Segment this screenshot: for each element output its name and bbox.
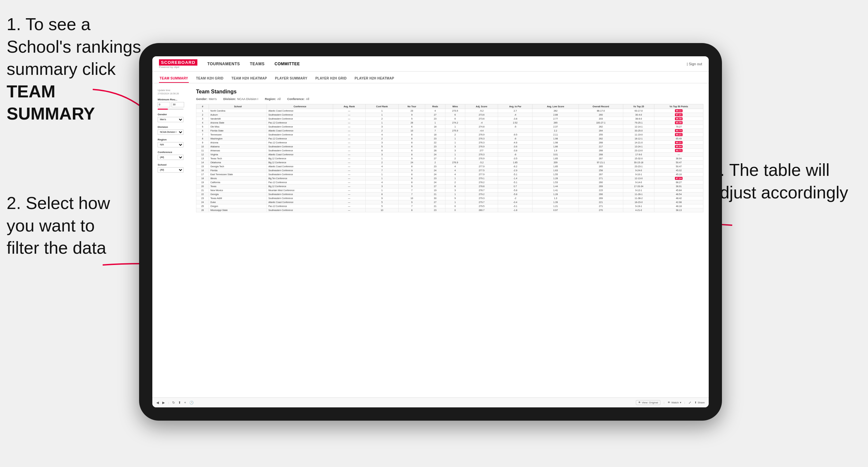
cell-wins: 3 — [445, 188, 465, 192]
filter-gender: Gender Men's — [158, 113, 191, 122]
toolbar-refresh[interactable]: ↻ — [172, 401, 175, 404]
table-row: 10 Alabama Southeastern Conference — 5 6… — [196, 145, 704, 149]
cell-no-tour: 9 — [398, 113, 425, 117]
cell-adj-score: 277.9 — [465, 165, 498, 168]
cell-adj-score: 278.7 — [465, 188, 498, 192]
cell-top25: 17-33-34 — [623, 185, 654, 188]
toolbar-clock[interactable]: 🕐 — [189, 401, 193, 404]
cell-rnds: 19 — [425, 188, 445, 192]
col-no-tour[interactable]: No Tour — [398, 104, 425, 109]
tab-player-summary[interactable]: PLAYER SUMMARY — [274, 74, 308, 83]
sign-out-button[interactable]: | Sign out — [687, 62, 702, 66]
cell-wins: 1 — [445, 141, 465, 145]
cell-adj-score: 276.3 — [465, 153, 498, 157]
cell-num: 21 — [196, 188, 209, 192]
col-rnds[interactable]: Rnds — [425, 104, 445, 109]
instruction-step-2-line1: 2. Select how — [7, 193, 110, 213]
col-vs-top50[interactable]: Vs Top 50 Points — [654, 104, 704, 109]
toolbar-add[interactable]: + — [184, 401, 186, 404]
toolbar-expand[interactable]: ⤢ — [688, 401, 691, 404]
cell-avg-par: -2.9 — [498, 168, 532, 173]
cell-school: Duke — [209, 200, 267, 204]
bottom-toolbar: ◀ ▶ | ↻ ⬆ + 🕐 👁 View: Original | 👁 Watch… — [152, 398, 709, 407]
cell-conf-rank: 5 — [365, 204, 398, 208]
tab-player-h2h-grid[interactable]: PLAYER H2H GRID — [315, 74, 347, 83]
cell-school: North Carolina — [209, 109, 267, 113]
view-label: View: Original — [642, 401, 658, 404]
col-avg-rank[interactable]: Avg. Rank — [333, 104, 365, 109]
col-avg-par[interactable]: Avg. to Par — [498, 104, 532, 109]
cell-avg-low: 2.2 — [532, 129, 579, 133]
cell-top25: 9-19-1 — [623, 204, 654, 208]
cell-overall: 268 — [579, 141, 623, 145]
cell-avg-par: -5 — [498, 125, 532, 129]
cell-top25: 23-13-0 — [623, 149, 654, 153]
cell-school: Vanderbilt — [209, 117, 267, 121]
cell-points: 45.84 — [654, 188, 704, 192]
col-adj-score[interactable]: Adj. Score — [465, 104, 498, 109]
region-select[interactable]: N/A — [158, 142, 183, 147]
cell-no-tour: 5 — [398, 117, 425, 121]
cell-overall: 255 — [579, 133, 623, 137]
cell-rnds: 27 — [425, 157, 445, 161]
cell-wins: 6 — [445, 117, 465, 121]
col-num[interactable]: # — [196, 104, 209, 109]
share-button[interactable]: ⬆ Share — [694, 401, 705, 404]
col-vs-top25[interactable]: Vs Top 25 — [623, 104, 654, 109]
cell-overall: 268 — [579, 149, 623, 153]
toolbar-back[interactable]: ◀ — [156, 401, 159, 404]
cell-top25: 18-23-0 — [623, 200, 654, 204]
toolbar-share-small[interactable]: ⬆ — [178, 401, 181, 404]
col-school[interactable]: School — [209, 104, 267, 109]
col-conf-rank[interactable]: Conf Rank — [365, 104, 398, 109]
cell-conf-rank: 1 — [365, 177, 398, 181]
gender-select[interactable]: Men's — [158, 117, 183, 122]
conference-select[interactable]: (All) — [158, 155, 183, 160]
cell-top25: 30-15-18 — [623, 161, 654, 165]
cell-avg-par: -4.6 — [498, 141, 532, 145]
filter-minimum: Minimum Rou... — [158, 98, 191, 110]
cell-wins: 9 — [445, 196, 465, 200]
cell-overall: 215 — [579, 188, 623, 192]
division-select[interactable]: NCAA Division I — [158, 129, 183, 135]
nav-committee[interactable]: COMMITTEE — [275, 60, 300, 68]
col-wins[interactable]: Wins — [445, 104, 465, 109]
cell-avg-par: -9.5 — [498, 133, 532, 137]
nav-teams[interactable]: TEAMS — [250, 60, 265, 68]
logo-powered: Powered by clipd — [159, 66, 197, 68]
cell-school: Ole Miss — [209, 125, 267, 129]
tab-player-h2h-heatmap[interactable]: PLAYER H2H HEATMAP — [354, 74, 395, 83]
nav-tournaments[interactable]: TOURNAMENTS — [207, 60, 240, 68]
cell-avg-par: -1.8 — [498, 208, 532, 212]
cell-avg-rank: — — [333, 113, 365, 117]
cell-no-tour: 7 — [398, 204, 425, 208]
cell-top25: 14-21-0 — [623, 141, 654, 145]
cell-avg-par: -3.6 — [498, 145, 532, 149]
col-overall[interactable]: Overall Record — [579, 104, 623, 109]
cell-rnds: 24 — [425, 173, 445, 177]
minimum-from-input[interactable] — [158, 102, 170, 107]
toolbar-forward[interactable]: ▶ — [162, 401, 165, 404]
minimum-to-input[interactable] — [172, 102, 184, 107]
tab-team-summary[interactable]: TEAM SUMMARY — [159, 74, 189, 83]
cell-conference: Atlantic Coast Conference — [267, 129, 333, 133]
col-conference[interactable]: Conference — [267, 104, 333, 109]
view-original-button[interactable]: 👁 View: Original — [636, 400, 660, 405]
instruction-step-2-line2: you want to — [7, 216, 95, 235]
standings-table: # School Conference Avg. Rank Conf Rank … — [196, 104, 704, 212]
cell-points: 86.58 — [654, 117, 704, 121]
cell-school: Washington — [209, 137, 267, 141]
tab-team-h2h-grid[interactable]: TEAM H2H GRID — [195, 74, 224, 83]
sidebar: Update time: 27/03/2024 16:56:26 Minimum… — [158, 89, 191, 392]
table-scroll-container[interactable]: # School Conference Avg. Rank Conf Rank … — [196, 104, 704, 392]
cell-avg-low: 2.77 — [532, 117, 579, 121]
col-avg-low[interactable]: Avg. Low Score — [532, 104, 579, 109]
cell-conference: Pac-12 Conference — [267, 181, 333, 185]
watch-label: Watch — [671, 401, 679, 404]
cell-avg-low: 1.39 — [532, 200, 579, 204]
tab-team-h2h-heatmap[interactable]: TEAM H2H HEATMAP — [231, 74, 268, 83]
minimum-slider[interactable] — [158, 108, 183, 110]
cell-avg-low: 3.01 — [532, 153, 579, 157]
watch-button[interactable]: 👁 Watch ▾ — [668, 401, 681, 404]
school-select[interactable]: (All) — [158, 167, 183, 173]
